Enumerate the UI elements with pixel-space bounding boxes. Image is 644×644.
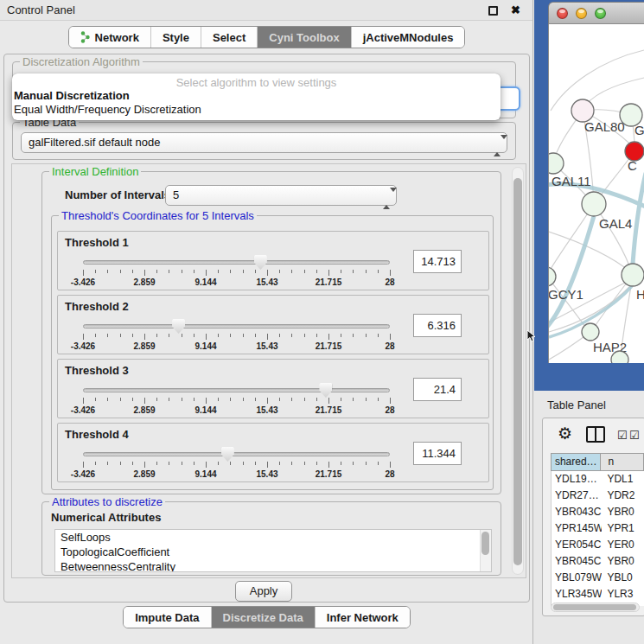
panel-scrollbar-thumb[interactable] bbox=[513, 178, 522, 565]
tick-label: 9.144 bbox=[194, 405, 216, 415]
numerical-attributes-title: Numerical Attributes bbox=[51, 511, 161, 524]
table-row[interactable]: YBR045CYBR0 bbox=[552, 553, 644, 570]
split-pane-icon[interactable] bbox=[586, 426, 605, 443]
threshold-value-field[interactable]: 14.713 bbox=[413, 250, 462, 273]
slider-track[interactable] bbox=[83, 260, 390, 265]
tick-mark bbox=[243, 462, 244, 465]
threshold-slider[interactable]: -3.4262.8599.14415.4321.71528 bbox=[83, 322, 390, 351]
slider-track[interactable] bbox=[83, 388, 390, 392]
number-of-intervals-combo[interactable]: 5 bbox=[165, 185, 397, 206]
threshold-value-field[interactable]: 11.344 bbox=[413, 442, 462, 465]
network-canvas[interactable]: GAL80GCGAL11GAL4GCY1HHAP2 bbox=[548, 24, 644, 363]
threshold-slider[interactable]: -3.4262.8599.14415.4321.71528 bbox=[83, 450, 390, 479]
threshold-value-field[interactable]: 6.316 bbox=[413, 314, 462, 337]
network-node-h[interactable] bbox=[622, 264, 644, 286]
table-row[interactable]: YPR145WYPR1 bbox=[552, 520, 644, 537]
table-row[interactable]: YBR043CYBR0 bbox=[552, 504, 644, 520]
tick-mark bbox=[230, 334, 231, 337]
network-node-gcy1[interactable] bbox=[549, 267, 556, 286]
table-data-combo-value: galFiltered.sif default node bbox=[29, 136, 160, 149]
tab-jactivemnodules[interactable]: jActiveMNodules bbox=[351, 27, 465, 48]
tab-impute-data[interactable]: Impute Data bbox=[124, 607, 210, 628]
slider-track[interactable] bbox=[83, 324, 390, 328]
bottom-tab-bar: Impute DataDiscretize DataInfer Network bbox=[123, 606, 411, 628]
table-header: shared… n bbox=[551, 453, 644, 471]
tick-label: 21.715 bbox=[316, 469, 342, 479]
tick-mark bbox=[206, 398, 207, 404]
slider-thumb[interactable] bbox=[172, 319, 185, 334]
threshold-label: Threshold 2 bbox=[65, 300, 129, 313]
tick-mark bbox=[156, 462, 157, 465]
tick-mark bbox=[243, 270, 244, 273]
tab-label: Discretize Data bbox=[223, 611, 303, 624]
slider-ticks bbox=[83, 334, 390, 341]
network-node-gal4[interactable] bbox=[582, 192, 606, 216]
close-icon[interactable]: ✖ bbox=[511, 3, 520, 16]
attribute-item-betweennesscentrality[interactable]: BetweennessCentrality bbox=[55, 559, 491, 572]
network-node-hap2[interactable] bbox=[582, 323, 599, 341]
algorithm-option-manual-discretization[interactable]: Manual Discretization bbox=[12, 89, 501, 103]
tick-mark bbox=[182, 270, 182, 273]
tab-network[interactable]: Network bbox=[69, 27, 150, 48]
tick-mark bbox=[169, 398, 169, 401]
threshold-slider[interactable]: -3.4262.8599.14415.4321.71528 bbox=[83, 386, 390, 415]
slider-track[interactable] bbox=[83, 452, 390, 456]
minimize-traffic-light-icon[interactable] bbox=[576, 8, 587, 19]
tab-discretize-data[interactable]: Discretize Data bbox=[211, 607, 315, 628]
threshold-slider[interactable]: -3.4262.8599.14415.4321.71528 bbox=[83, 258, 390, 287]
tab-cyni-toolbox[interactable]: Cyni Toolbox bbox=[257, 27, 350, 48]
slider-thumb[interactable] bbox=[319, 383, 332, 398]
tick-mark bbox=[144, 334, 145, 340]
column-header-shared-name[interactable]: shared… bbox=[551, 453, 601, 471]
algorithm-popup-header: Select algorithm to view settings bbox=[12, 76, 501, 89]
table-hscroll-thumb[interactable] bbox=[553, 604, 636, 610]
attributes-scrollbar[interactable] bbox=[480, 530, 491, 571]
network-node-gal11[interactable] bbox=[549, 153, 564, 174]
checkbox-icon[interactable]: ☑ bbox=[617, 429, 628, 442]
network-window-titlebar[interactable] bbox=[548, 2, 644, 24]
cell-shared-name: YER054C bbox=[552, 537, 602, 553]
table-row[interactable]: YDL19…YDL1 bbox=[552, 471, 644, 488]
tick-mark bbox=[341, 398, 341, 401]
slider-thumb[interactable] bbox=[254, 255, 267, 270]
threshold-value-field[interactable]: 21.4 bbox=[413, 378, 462, 401]
column-header-name[interactable]: n bbox=[601, 453, 644, 471]
tab-select[interactable]: Select bbox=[201, 27, 257, 48]
apply-button[interactable]: Apply bbox=[235, 581, 292, 602]
algorithm-option-equal-width-frequency-discretization[interactable]: Equal Width/Frequency Discretization bbox=[12, 103, 501, 117]
tick-mark bbox=[230, 462, 231, 465]
checkbox-icon[interactable]: ☑ bbox=[629, 429, 640, 442]
table-horizontal-scrollbar[interactable] bbox=[551, 603, 640, 612]
float-window-icon[interactable] bbox=[488, 6, 498, 16]
numerical-attributes-list[interactable]: SelfLoopsTopologicalCoefficientBetweenne… bbox=[54, 529, 492, 572]
network-node[interactable] bbox=[611, 351, 628, 363]
table-row[interactable]: YDR27…YDR2 bbox=[552, 488, 644, 504]
panel-vertical-scrollbar[interactable] bbox=[512, 167, 524, 575]
table-data-combo[interactable]: galFiltered.sif default node bbox=[21, 132, 507, 153]
tab-style[interactable]: Style bbox=[150, 27, 201, 48]
tick-label: 28 bbox=[385, 277, 394, 287]
tick-mark bbox=[194, 270, 194, 273]
tick-mark bbox=[316, 334, 317, 337]
attributes-scrollbar-thumb[interactable] bbox=[481, 532, 489, 555]
gear-icon[interactable]: ⚙ bbox=[558, 424, 572, 443]
node-table: shared… n YDL19…YDL1YDR27…YDR2YBR043CYBR… bbox=[551, 453, 644, 606]
network-view-window[interactable]: GAL80GCGAL11GAL4GCY1HHAP2 bbox=[548, 2, 644, 363]
table-row[interactable]: YLR345WYLR3 bbox=[552, 586, 644, 603]
tick-label: -3.426 bbox=[71, 341, 95, 351]
zoom-traffic-light-icon[interactable] bbox=[595, 8, 606, 19]
attribute-item-selfloops[interactable]: SelfLoops bbox=[55, 530, 491, 545]
slider-thumb[interactable] bbox=[221, 447, 234, 462]
tick-mark bbox=[255, 334, 256, 337]
tick-mark bbox=[230, 270, 231, 273]
tick-mark bbox=[83, 398, 84, 404]
slider-tick-labels: -3.4262.8599.14415.4321.71528 bbox=[83, 405, 390, 415]
bottom-tab-bar-wrap: Impute DataDiscretize DataInfer Network bbox=[0, 606, 533, 628]
tab-infer-network[interactable]: Infer Network bbox=[315, 607, 410, 628]
cyni-toolbox-panel: Discretization Algorithm Select algorith… bbox=[3, 54, 530, 603]
attribute-item-topologicalcoefficient[interactable]: TopologicalCoefficient bbox=[55, 545, 491, 559]
table-row[interactable]: YER054CYER0 bbox=[552, 537, 644, 553]
table-rows[interactable]: YDL19…YDL1YDR27…YDR2YBR043CYBR0YPR145WYP… bbox=[551, 471, 644, 606]
table-row[interactable]: YBL079WYBL0 bbox=[552, 570, 644, 586]
close-traffic-light-icon[interactable] bbox=[557, 8, 568, 19]
